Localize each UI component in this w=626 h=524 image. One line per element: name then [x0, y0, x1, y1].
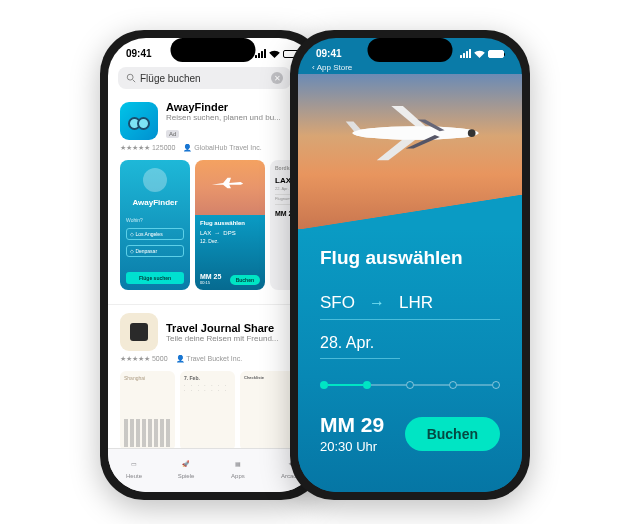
rating-stars: ★★★★★ 5000 [120, 355, 168, 363]
status-indicators [460, 49, 504, 58]
screenshots-row[interactable]: AwayFinder Wohin? ◇ Los Angeles ◇ Denpas… [120, 160, 305, 290]
shot2-hero [195, 160, 265, 215]
flight-code: MM 29 [320, 413, 384, 437]
notch [368, 38, 453, 62]
clear-icon[interactable]: ✕ [271, 72, 283, 84]
svg-point-0 [127, 74, 133, 80]
signal-icon [255, 49, 266, 58]
detail-title: Flug auswählen [320, 247, 500, 269]
card-checklist[interactable]: Checkliste [240, 371, 295, 451]
ad-badge: Ad [166, 130, 179, 138]
shot1-from: ◇ Los Angeles [126, 228, 184, 240]
card-check-title: Checkliste [244, 375, 291, 380]
svg-point-4 [468, 129, 476, 137]
app-subtitle: Reisen suchen, planen und bu... [166, 113, 305, 122]
search-row: ✕ Abb [108, 63, 317, 93]
shot2-title: Flug auswählen [200, 220, 260, 226]
search-input[interactable] [140, 73, 267, 84]
svg-line-1 [133, 80, 136, 83]
status-time: 09:41 [126, 48, 152, 59]
shot2-btn: Buchen [230, 275, 260, 285]
from-code: SFO [320, 293, 355, 313]
wifi-icon [474, 50, 485, 58]
tab-today[interactable]: ▭Heute [125, 454, 143, 479]
app2-name: Travel Journal Share [166, 322, 305, 334]
shot2-route: LAX→DPS [200, 230, 260, 236]
bottom-section: MM 29 20:30 Uhr Buchen [320, 389, 500, 454]
to-code: LHR [399, 293, 433, 313]
status-time: 09:41 [316, 48, 342, 59]
flight-detail-body: Flug auswählen SFO → LHR 28. Apr. MM 29 … [298, 229, 522, 492]
battery-icon [488, 50, 504, 58]
route-row[interactable]: SFO → LHR [320, 293, 500, 320]
tab-bar: ▭Heute 🚀Spiele ▦Apps ✦Arcade [108, 448, 317, 492]
airplane-icon [210, 175, 245, 190]
app-icon-awayfinder [120, 102, 158, 140]
tab-apps[interactable]: ▦Apps [229, 454, 247, 479]
svg-point-3 [353, 126, 479, 140]
back-row: ‹ App Store [298, 63, 522, 74]
screenshots-row-2[interactable]: Shanghai 7. Feb. ······· ······· Checkli… [120, 371, 305, 451]
app-result-travel-journal[interactable]: Travel Journal Share Teile deine Reisen … [108, 304, 317, 459]
back-button[interactable]: ‹ App Store [312, 63, 508, 72]
logo-icon [143, 168, 167, 192]
wifi-icon [269, 50, 280, 58]
shot2-flight: MM 25 [200, 273, 221, 280]
shot1-btn: Flüge suchen [126, 272, 184, 284]
shot1-brand: AwayFinder [126, 198, 184, 207]
rating-stars: ★★★★★ 125000 [120, 144, 175, 152]
binoculars-icon [128, 114, 150, 128]
date-row[interactable]: 28. Apr. [320, 334, 400, 359]
phone-right-frame: 09:41 ‹ App Store [290, 30, 530, 500]
phone-left-screen: 09:41 ✕ Abb AwayFinder Rei [108, 38, 317, 492]
shot1-to: ◇ Denpasar [126, 245, 184, 257]
airplane-icon [338, 104, 493, 162]
developer-label: 👤 GlobalHub Travel Inc. [183, 144, 261, 152]
today-icon: ▭ [125, 454, 143, 472]
hero-image [298, 74, 522, 229]
signal-icon [460, 49, 471, 58]
rocket-icon: 🚀 [177, 454, 195, 472]
journal-icon [130, 323, 148, 341]
phone-right-screen: 09:41 ‹ App Store [298, 38, 522, 492]
app-result-awayfinder[interactable]: AwayFinder Reisen suchen, planen und bu.… [108, 93, 317, 298]
app-meta: ★★★★★ 125000 👤 GlobalHub Travel Inc. [120, 144, 305, 152]
card-calendar[interactable]: 7. Feb. ······· ······· [180, 371, 235, 451]
apps-icon: ▦ [229, 454, 247, 472]
shot2-time: 00:15 [200, 280, 221, 285]
shot2-date: 12. Dez. [200, 238, 260, 244]
developer-label: 👤 Travel Bucket Inc. [176, 355, 243, 363]
app2-meta: ★★★★★ 5000 👤 Travel Bucket Inc. [120, 355, 305, 363]
diagonal-divider [298, 195, 522, 229]
card-city[interactable]: Shanghai [120, 371, 175, 451]
search-icon [126, 73, 136, 83]
app2-subtitle: Teile deine Reisen mit Freund... [166, 334, 305, 343]
app-name: AwayFinder [166, 101, 305, 113]
notch [170, 38, 255, 62]
flight-time: 20:30 Uhr [320, 439, 384, 454]
screenshot-1[interactable]: AwayFinder Wohin? ◇ Los Angeles ◇ Denpas… [120, 160, 190, 290]
skyline-icon [124, 419, 171, 447]
calendar-grid: ······· ······· [184, 384, 231, 393]
search-box[interactable]: ✕ [118, 67, 291, 89]
tab-games[interactable]: 🚀Spiele [177, 454, 195, 479]
shot1-where: Wohin? [126, 217, 184, 223]
city-name: Shanghai [124, 375, 171, 381]
card-date: 7. Feb. [184, 375, 231, 381]
app-icon-journal [120, 313, 158, 351]
arrow-icon: → [369, 294, 385, 312]
book-button[interactable]: Buchen [405, 417, 500, 451]
progress-indicator [320, 381, 500, 389]
screenshot-2[interactable]: Flug auswählen LAX→DPS 12. Dez. MM 25 00… [195, 160, 265, 290]
